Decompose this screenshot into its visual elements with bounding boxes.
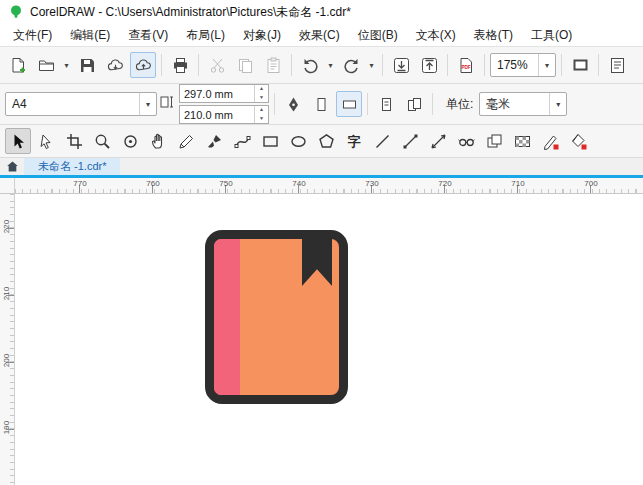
separator xyxy=(484,54,485,76)
page-width-spinner[interactable]: ▲▼ xyxy=(254,85,268,102)
open-document-button[interactable] xyxy=(33,52,59,78)
ellipse-tool[interactable] xyxy=(285,128,311,154)
zoom-dropdown-caret[interactable]: ▾ xyxy=(538,54,555,76)
page-dimensions: 297.0 mm ▲▼ 210.0 mm ▲▼ xyxy=(159,84,269,124)
zoom-level-combobox[interactable]: 175% ▾ xyxy=(490,53,556,77)
open-dropdown-caret[interactable]: ▾ xyxy=(61,52,72,78)
units-label: 单位: xyxy=(446,96,473,113)
page-width-field[interactable]: 297.0 mm ▲▼ xyxy=(179,84,269,103)
rectangle-tool[interactable] xyxy=(257,128,283,154)
menu-item-effects[interactable]: 效果(C) xyxy=(290,25,349,46)
pick-tool[interactable] xyxy=(5,128,31,154)
portrait-orientation-button[interactable] xyxy=(308,91,334,117)
vertical-ruler[interactable]: 220 210 200 190 xyxy=(0,194,15,485)
crop-tool[interactable] xyxy=(61,128,87,154)
hruler-number: 730 xyxy=(365,179,378,188)
redo-button[interactable] xyxy=(338,52,364,78)
copy-button xyxy=(232,52,258,78)
menu-item-bitmaps[interactable]: 位图(B) xyxy=(349,25,407,46)
line-tool[interactable] xyxy=(369,128,395,154)
text-tool[interactable]: 字 xyxy=(341,128,367,154)
separator xyxy=(447,54,448,76)
menu-item-edit[interactable]: 编辑(E) xyxy=(61,25,119,46)
menu-item-object[interactable]: 对象(J) xyxy=(234,25,290,46)
all-pages-button[interactable] xyxy=(401,91,427,117)
current-page-button[interactable] xyxy=(373,91,399,117)
book-spine-shape[interactable] xyxy=(214,239,240,395)
bookmark-ribbon-shape[interactable] xyxy=(302,230,332,286)
separator xyxy=(432,93,433,115)
nib-angle-button[interactable] xyxy=(280,91,306,117)
save-to-cloud-button[interactable] xyxy=(130,52,156,78)
window-title: CorelDRAW - C:\Users\Administrator\Pictu… xyxy=(30,4,351,21)
fullscreen-preview-button[interactable] xyxy=(567,52,593,78)
connector-tool[interactable] xyxy=(397,128,423,154)
hruler-number: 710 xyxy=(511,179,524,188)
page-size-combobox[interactable]: A4 ▾ xyxy=(5,92,157,116)
menu-item-tools[interactable]: 工具(O) xyxy=(522,25,581,46)
export-button[interactable] xyxy=(416,52,442,78)
menu-item-layout[interactable]: 布局(L) xyxy=(177,25,234,46)
menu-item-view[interactable]: 查看(V) xyxy=(119,25,177,46)
hruler-number: 750 xyxy=(219,179,232,188)
redo-dropdown-caret[interactable]: ▾ xyxy=(366,52,377,78)
drawing-canvas[interactable] xyxy=(15,194,643,485)
book-illustration[interactable] xyxy=(205,230,348,404)
separator xyxy=(367,93,368,115)
separator xyxy=(274,93,275,115)
menu-item-text[interactable]: 文本(X) xyxy=(407,25,465,46)
show-rulers-button[interactable] xyxy=(604,52,630,78)
page-size-value: A4 xyxy=(6,97,139,111)
blend-tool[interactable] xyxy=(453,128,479,154)
document-tab[interactable]: 未命名 -1.cdr* xyxy=(24,158,120,175)
separator xyxy=(561,54,562,76)
container-tool[interactable] xyxy=(481,128,507,154)
property-bar: A4 ▾ 297.0 mm ▲▼ 210.0 mm ▲▼ xyxy=(0,84,643,125)
standard-toolbar: ▾ ▾ ▾ xyxy=(0,47,643,84)
units-combobox[interactable]: 毫米 ▾ xyxy=(479,92,567,116)
pan-tool[interactable] xyxy=(145,128,171,154)
artistic-media-tool[interactable] xyxy=(201,128,227,154)
smooth-tool[interactable] xyxy=(117,128,143,154)
vruler-number: 200 xyxy=(2,353,11,369)
menu-item-file[interactable]: 文件(F) xyxy=(4,25,61,46)
separator xyxy=(598,54,599,76)
separator xyxy=(291,54,292,76)
bezier-tool[interactable] xyxy=(229,128,255,154)
landscape-orientation-button[interactable] xyxy=(336,91,362,117)
document-tab-bar: 未命名 -1.cdr* xyxy=(0,158,643,175)
zoom-tool[interactable] xyxy=(89,128,115,154)
new-document-button[interactable] xyxy=(5,52,31,78)
dimension-tool[interactable] xyxy=(425,128,451,154)
ruler-origin-corner[interactable] xyxy=(0,178,15,194)
undo-button[interactable] xyxy=(297,52,323,78)
shape-tool[interactable] xyxy=(33,128,59,154)
print-button[interactable] xyxy=(167,52,193,78)
transparency-tool[interactable] xyxy=(509,128,535,154)
smart-fill-tool[interactable] xyxy=(565,128,591,154)
hruler-number: 770 xyxy=(73,179,86,188)
hruler-number: 720 xyxy=(438,179,451,188)
hruler-number: 740 xyxy=(292,179,305,188)
publish-pdf-button[interactable]: PDF xyxy=(453,52,479,78)
home-icon[interactable] xyxy=(0,158,24,175)
hruler-number: 760 xyxy=(146,179,159,188)
page-size-caret[interactable]: ▾ xyxy=(139,93,156,115)
horizontal-ruler[interactable]: 770 760 750 740 730 720 710 700 xyxy=(15,178,643,194)
freehand-tool[interactable] xyxy=(173,128,199,154)
svg-text:PDF: PDF xyxy=(461,65,470,70)
open-from-cloud-button[interactable] xyxy=(102,52,128,78)
outline-pen-tool[interactable] xyxy=(537,128,563,154)
page-height-spinner[interactable]: ▲▼ xyxy=(254,106,268,123)
separator xyxy=(382,54,383,76)
coreldraw-window: CorelDRAW - C:\Users\Administrator\Pictu… xyxy=(0,0,643,485)
menu-item-table[interactable]: 表格(T) xyxy=(465,25,522,46)
save-button[interactable] xyxy=(74,52,100,78)
undo-dropdown-caret[interactable]: ▾ xyxy=(325,52,336,78)
polygon-tool[interactable] xyxy=(313,128,339,154)
vruler-number: 190 xyxy=(2,420,11,436)
import-button[interactable] xyxy=(388,52,414,78)
page-height-field[interactable]: 210.0 mm ▲▼ xyxy=(179,105,269,124)
paste-button xyxy=(260,52,286,78)
units-caret[interactable]: ▾ xyxy=(549,93,566,115)
